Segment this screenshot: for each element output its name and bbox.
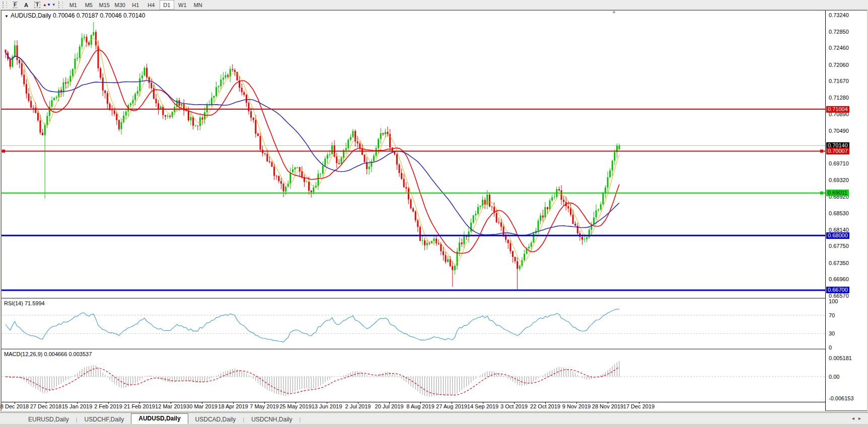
ma-13-line — [6, 50, 619, 253]
arrow-down-icon: ▼ — [47, 3, 51, 7]
date-tick-label: 8 Aug 2019 — [406, 403, 435, 409]
chart-tab-audusd-daily[interactable]: AUDUSD,Daily — [131, 413, 188, 424]
chart-tab-eurusd-daily[interactable]: EURUSD,Daily — [21, 415, 76, 424]
price-tick-label: 0.72850 — [829, 28, 849, 35]
tab-separator: | — [299, 415, 301, 424]
timeframe-m30-button[interactable]: M30 — [113, 0, 127, 10]
date-tick-label: 18 Apr 2019 — [218, 403, 248, 409]
horizontal-level-line[interactable] — [2, 150, 825, 153]
date-tick-label: 9 Nov 2019 — [562, 403, 591, 409]
price-tick-label: 0.72460 — [829, 44, 849, 51]
price-tick-label: 0.70490 — [829, 127, 849, 134]
macd-canvas[interactable] — [2, 350, 825, 402]
macd-signal-line — [6, 367, 619, 395]
price-tick-label: 0.67750 — [829, 242, 849, 249]
chart-window: ▼AUDUSD,Daily 0.70046 0.70187 0.70046 0.… — [1, 10, 867, 411]
toolbar-grip[interactable] — [58, 2, 63, 8]
price-axis[interactable]: 0.732400.728500.724600.720600.716700.712… — [825, 11, 867, 410]
chart-tab-bar: EURUSD,Daily|USDCHF,DailyAUDUSD,DailyUSD… — [0, 412, 868, 424]
price-tick-label: 0.71280 — [829, 94, 849, 101]
chart-tab-usdcad-daily[interactable]: USDCAD,Daily — [188, 415, 243, 424]
date-tick-label: 7 May 2019 — [250, 403, 278, 409]
chart-ohlc-values: 0.70046 0.70187 0.70046 0.70140 — [53, 12, 146, 19]
arrow-up-icon: ▲ — [43, 3, 47, 7]
rsi-tick-label: 100 — [829, 298, 838, 305]
tab-scroll-arrows[interactable]: ◂▸ — [852, 415, 865, 421]
chart-symbol-period: AUDUSD,Daily — [11, 12, 51, 19]
macd-tick-label: -0.006153 — [829, 395, 854, 402]
text-tool-icon[interactable]: A — [21, 1, 32, 9]
timeframe-d1-button[interactable]: D1 — [160, 0, 174, 10]
rsi-tick-label: 0 — [829, 344, 832, 351]
price-tick-label: 0.71670 — [829, 77, 849, 84]
toolbar-grip[interactable] — [3, 2, 7, 8]
price-badge: 0.68000 — [826, 232, 849, 239]
macd-label: MACD(12,26,9) 0.004666 0.003537 — [4, 351, 92, 357]
macd-tick-label: 0.00 — [829, 373, 839, 380]
horizontal-level-line[interactable] — [2, 192, 825, 195]
arrows-tool-icon[interactable]: ▲▼▼ — [43, 1, 56, 9]
timeframe-h1-button[interactable]: H1 — [128, 0, 143, 10]
date-tick-label: 25 May 2019 — [279, 403, 312, 409]
date-tick-label: 2 Feb 2019 — [94, 403, 122, 409]
mt4-window: FAT▲▼▼M1M5M15M30H1H4D1W1MN ▼AUDUSD,Daily… — [0, 0, 868, 427]
price-chart-pane[interactable]: ▼AUDUSD,Daily 0.70046 0.70187 0.70046 0.… — [2, 11, 825, 298]
timeframe-w1-button[interactable]: W1 — [175, 0, 190, 10]
price-tick-label: 0.68530 — [829, 210, 849, 217]
price-badge: 0.66700 — [826, 287, 849, 293]
rsi-canvas[interactable] — [2, 299, 825, 349]
chart-tab-usdchf-daily[interactable]: USDCHF,Daily — [78, 415, 131, 424]
rsi-tick-label: 30 — [829, 330, 835, 337]
price-tick-label: 0.69710 — [829, 160, 849, 167]
date-tick-label: 27 Dec 2018 — [30, 403, 61, 409]
timeframe-m15-button[interactable]: M15 — [97, 0, 112, 10]
time-axis[interactable]: 8 Dec 201827 Dec 201815 Jan 20192 Feb 20… — [2, 402, 825, 411]
price-badge: 0.69011 — [826, 190, 849, 196]
date-tick-label: 12 Mar 2019 — [155, 403, 186, 409]
date-tick-label: 30 Mar 2019 — [186, 403, 218, 409]
fibonacci-tool-icon[interactable]: F — [10, 1, 21, 9]
price-tick-label: 0.72060 — [829, 61, 849, 68]
date-tick-label: 14 Sep 2019 — [467, 403, 498, 409]
price-tick-label: 0.69320 — [829, 177, 849, 184]
toolbar: FAT▲▼▼M1M5M15M30H1H4D1W1MN — [0, 0, 868, 10]
macd-pane[interactable]: MACD(12,26,9) 0.004666 0.003537 — [2, 350, 825, 402]
rsi-tick-label: 70 — [829, 312, 835, 319]
macd-tick-label: 0.005181 — [829, 355, 852, 362]
date-tick-label: 20 Jul 2019 — [375, 403, 404, 409]
chart-dropdown-icon[interactable]: ▼ — [5, 14, 9, 19]
chart-title: ▼AUDUSD,Daily 0.70046 0.70187 0.70046 0.… — [5, 12, 145, 19]
rsi-pane[interactable]: RSI(14) 71.5994 — [2, 299, 825, 349]
price-badge: 0.71004 — [826, 106, 849, 113]
date-tick-label: 21 Feb 2019 — [124, 403, 155, 409]
date-tick-label: 3 Oct 2019 — [500, 403, 528, 409]
date-tick-label: 13 Jun 2019 — [312, 403, 342, 409]
date-tick-label: 28 Nov 2019 — [592, 403, 623, 409]
timeframe-m1-button[interactable]: M1 — [66, 0, 81, 10]
timeframe-m5-button[interactable]: M5 — [82, 0, 96, 10]
rsi-line — [6, 309, 619, 343]
chart-shift-marker-icon[interactable]: ▲ — [612, 11, 616, 14]
timeframe-mn-button[interactable]: MN — [191, 0, 205, 10]
chart-tab-usdcnh-daily[interactable]: USDCNH,Daily — [244, 415, 299, 424]
rsi-label: RSI(14) 71.5994 — [4, 300, 45, 306]
timeframe-h4-button[interactable]: H4 — [144, 0, 159, 10]
ma-34-line — [6, 53, 619, 236]
date-tick-label: 27 Aug 2019 — [436, 403, 467, 409]
price-tick-label: 0.73240 — [829, 12, 849, 19]
dropdown-caret-icon[interactable]: ▼ — [52, 3, 56, 7]
price-tick-label: 0.67350 — [829, 260, 849, 267]
date-tick-label: 15 Jan 2019 — [62, 403, 93, 409]
date-tick-label: 22 Oct 2019 — [530, 403, 560, 409]
date-tick-label: 2 Jul 2019 — [345, 403, 371, 409]
price-chart-canvas[interactable] — [2, 11, 825, 298]
date-tick-label: 17 Dec 2019 — [623, 403, 655, 409]
price-tick-label: 0.66960 — [829, 276, 849, 283]
price-badge: 0.70007 — [826, 148, 849, 154]
date-tick-label: 8 Dec 2018 — [1, 403, 29, 409]
label-tool-icon[interactable]: T — [32, 1, 43, 9]
